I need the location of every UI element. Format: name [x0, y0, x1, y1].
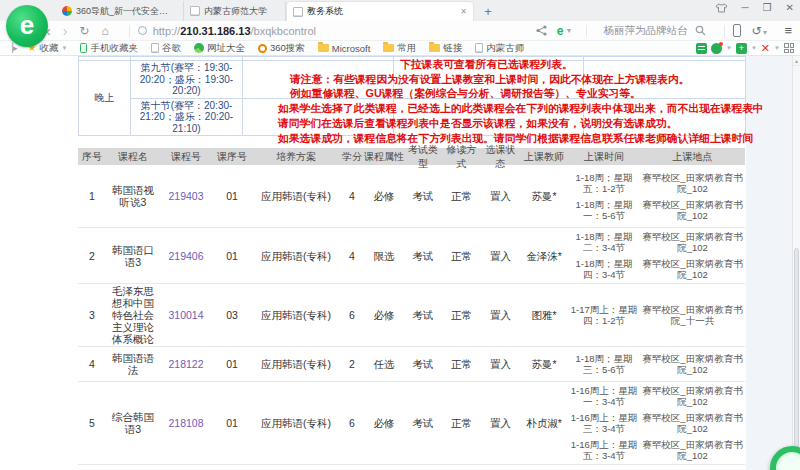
cell-code[interactable]: 219406	[160, 249, 212, 263]
cell-exam_type: 考试	[404, 249, 442, 263]
bookmark-item[interactable]: 网址大全	[194, 42, 245, 55]
notice-line: 如果选课成功，课程信息将在下方列表出现。请同学们根据课程信息联系任课老师确认详细…	[278, 131, 764, 146]
notice-line: 例如重修课程、GU课程（案例综合与分析、调研报告等）、专业实习等。	[290, 86, 764, 101]
share-icon[interactable]	[536, 25, 547, 36]
browser-menu-icon[interactable]: e	[557, 24, 564, 38]
bookmark-label: 链接	[443, 42, 462, 55]
scrollbar-thumb[interactable]	[794, 248, 799, 456]
session-place: 赛罕校区_田家炳教育书院_102	[640, 412, 745, 434]
session-time: 1-18周；星期四：3-4节	[568, 258, 640, 280]
scrollbar[interactable]: ▲	[792, 56, 800, 470]
mobile-icon[interactable]	[733, 24, 741, 37]
cell-status: 置入	[481, 416, 520, 430]
scroll-up-icon[interactable]: ▲	[793, 56, 800, 66]
cell-name: 韩国语视听说3	[106, 183, 160, 209]
bookmark-item[interactable]: 内蒙古师	[475, 42, 524, 55]
bookmark-item[interactable]: 常用	[383, 42, 416, 55]
restore-tabs-icon[interactable]: ↺▼	[751, 24, 774, 38]
browser-logo-icon[interactable]: e	[6, 5, 48, 47]
chevron-down-icon[interactable]: ▼	[774, 45, 780, 51]
cell-study_mode: 正常	[442, 308, 481, 322]
cell-code[interactable]: 218108	[160, 416, 212, 430]
cell-credits: 4	[340, 249, 364, 263]
cell-exam_type: 考试	[404, 189, 442, 203]
session: 1-18周；星期五：1-2节赛罕校区_田家炳教育书院_102	[568, 172, 745, 194]
notice-line: 下拉课表可查看所有已选课程列表。	[400, 57, 764, 72]
skin-icon[interactable]	[715, 3, 728, 13]
home-icon[interactable]: ⌂	[101, 24, 108, 38]
chevron-down-icon[interactable]: ▼	[751, 45, 757, 51]
course-row: 1韩国语视听说321940301应用韩语(专科)4必修考试正常置入苏曼*1-18…	[78, 165, 745, 228]
search-icon[interactable]	[695, 22, 716, 40]
sessions: 1-18周；星期二：3-4节赛罕校区_田家炳教育书院_1021-18周；星期四：…	[568, 228, 745, 283]
extension-flash-icon[interactable]: ✕	[761, 43, 770, 54]
cell-exam_type: 考试	[404, 357, 442, 371]
bookmark-label: 常用	[397, 42, 416, 55]
session-time: 1-18周；星期一：5-6节	[568, 199, 640, 221]
sidebar-toggle-icon[interactable]: ▕▸	[6, 43, 17, 53]
tab-strip: 360导航_新一代安全上网导航内蒙古师范大学教务系统✕	[56, 1, 474, 21]
close-tab-icon[interactable]: ✕	[460, 7, 467, 16]
url-protocol: http://	[153, 25, 181, 37]
bookmark-item[interactable]: 链接	[429, 42, 462, 55]
apps-grid-icon[interactable]	[784, 43, 794, 53]
cell-code[interactable]: 219403	[160, 189, 212, 203]
chevron-down-icon[interactable]: ▼	[726, 45, 732, 51]
divider	[586, 25, 587, 37]
browser-tab[interactable]: 教务系统✕	[286, 1, 474, 21]
cell-class_no: 01	[212, 189, 252, 203]
bookmark-label: Microsoft	[332, 43, 371, 54]
column-header: 学分	[340, 150, 364, 164]
cell-attribute: 限选	[364, 249, 404, 263]
bookmark-item[interactable]: 360搜索	[258, 42, 305, 55]
cell-study_mode: 正常	[442, 189, 481, 203]
close-window-button[interactable]: ✕	[786, 2, 794, 14]
cell-seq: 4	[78, 357, 106, 371]
cell-program: 应用韩语(专科)	[252, 249, 340, 263]
schedule-period-10: 第十节(赛罕：20:30-21:20；盛乐：20:20-21:10)	[131, 98, 243, 136]
hamburger-menu-icon[interactable]: ≡	[784, 23, 792, 38]
cell-study_mode: 正常	[442, 249, 481, 263]
session-time: 1-17周上：星期四：1-2节	[568, 304, 640, 326]
refresh-icon[interactable]: ↻	[79, 24, 89, 38]
address-bar[interactable]: http://210.31.186.13/bxqkbcontrol	[153, 25, 316, 37]
browser-tab[interactable]: 内蒙古师范大学	[184, 1, 286, 21]
bookmark-item[interactable]: Microsoft	[318, 43, 371, 54]
forward-icon[interactable]: ›	[63, 24, 68, 38]
course-row: 4韩国语语法21812201应用韩语(专科)2任选考试正常置入苏曼*1-18周；…	[78, 347, 745, 382]
bookmark-item[interactable]: 手机收藏夹	[80, 42, 138, 55]
column-header: 上课教师	[520, 150, 568, 164]
chevron-down-icon[interactable]: ▼	[61, 45, 67, 51]
extension-game-icon[interactable]	[696, 43, 707, 54]
session-time: 1-16周上：星期三：3-4节	[568, 412, 640, 434]
bookmark-item[interactable]: 谷歌	[151, 42, 181, 55]
cell-code[interactable]: 218122	[160, 357, 212, 371]
bookmarks-bar: ▕▸ ★收藏▼手机收藏夹谷歌网址大全360搜索Microsoft常用链接内蒙古师…	[0, 41, 800, 56]
sessions: 1-18周；星期五：1-2节赛罕校区_田家炳教育书院_1021-18周；星期一：…	[568, 169, 745, 224]
extension-download-icon[interactable]: +	[736, 43, 747, 54]
cell-study_mode: 正常	[442, 357, 481, 371]
course-row: 3毛泽东思想和中国特色社会主义理论体系概论31001403应用韩语(专科)6必修…	[78, 284, 745, 347]
cell-attribute: 必修	[364, 189, 404, 203]
cell-code[interactable]: 310014	[160, 308, 212, 322]
column-header: 选课状态	[481, 143, 520, 171]
cell-seq: 1	[78, 189, 106, 203]
cell-teacher: 朴贞淑*	[520, 416, 568, 430]
chevron-down-icon[interactable]: ▼	[565, 27, 572, 34]
cell-credits: 4	[340, 189, 364, 203]
search-input[interactable]: 杨丽萍为品牌站台	[603, 24, 687, 38]
column-header: 课序号	[212, 150, 252, 164]
course-row: 2韩国语口语321940601应用韩语(专科)4限选考试正常置入金泽洙*1-18…	[78, 228, 745, 284]
sessions: 1-16周上：星期一：3-4节赛罕校区_田家炳教育书院_1021-16周上：星期…	[568, 382, 745, 464]
extension-security-icon[interactable]	[711, 43, 722, 54]
maximize-button[interactable]: ❒	[763, 2, 772, 14]
tab-title: 360导航_新一代安全上网导航	[76, 5, 177, 18]
new-tab-button[interactable]: +	[478, 3, 498, 21]
minimize-button[interactable]: ─	[742, 2, 749, 14]
notice-line: 请同学们在选课后查看课程列表中是否显示该课程，如果没有，说明没有选课成功。	[278, 116, 764, 131]
cell-attribute: 任选	[364, 357, 404, 371]
sessions: 1-18周；星期三：5-6节赛罕校区_田家炳教育书院_102	[568, 350, 745, 378]
browser-window: e 360导航_新一代安全上网导航内蒙古师范大学教务系统✕ + ─ ❒ ✕ ‹ …	[0, 0, 800, 470]
browser-tab[interactable]: 360导航_新一代安全上网导航	[56, 1, 184, 21]
cell-seq: 2	[78, 249, 106, 263]
